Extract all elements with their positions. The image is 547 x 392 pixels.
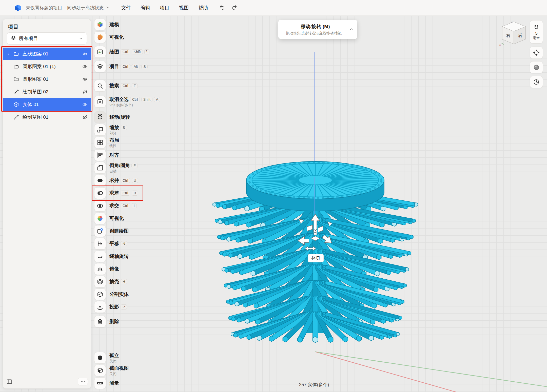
visibility-toggle[interactable] <box>80 77 87 82</box>
tool-move-rotate-button[interactable] <box>94 111 106 123</box>
tree-item-sketch-01[interactable]: 绘制草图 01 <box>3 111 91 123</box>
tool-intersect[interactable]: 求交CtrlI <box>94 199 178 212</box>
tool-revolve[interactable]: 绕轴旋转 <box>94 250 178 263</box>
tool-measure[interactable]: 测量 <box>94 377 178 389</box>
tool-visualize-2[interactable]: 可视化 <box>94 212 178 225</box>
orientation-button[interactable] <box>530 47 543 59</box>
tool-subtitle: 部分 <box>109 131 127 136</box>
tool-mirror-button[interactable] <box>94 263 106 275</box>
tool-deselect-all-button[interactable] <box>94 96 106 108</box>
menu-edit[interactable]: 编辑 <box>137 3 154 13</box>
tool-subtract[interactable]: 求差CtrlB <box>94 187 178 199</box>
tool-move-rotate[interactable]: 移动/旋转 <box>94 111 178 123</box>
tool-group: 移动/旋转缩放S部分布局线性对齐倒角/圆角F自动求并CtrlU求差CtrlB求交… <box>94 111 178 313</box>
tool-align[interactable]: 对齐 <box>94 149 178 161</box>
visibility-toggle[interactable] <box>80 102 87 107</box>
tool-modeling-button[interactable] <box>94 19 106 30</box>
tool-group: 取消全选CtrlShiftA257 实体(多个) <box>94 94 178 110</box>
tool-label: 取消全选 <box>109 96 129 103</box>
collapse-panel-button[interactable] <box>6 379 12 385</box>
tree-item-line-pattern-01[interactable]: 直线图案 01 <box>3 48 91 60</box>
tool-split-body[interactable]: 分割实体 <box>94 288 178 301</box>
tool-search-button[interactable] <box>94 80 106 92</box>
chevron-down-icon <box>79 36 83 41</box>
tool-delete-button[interactable] <box>94 316 106 327</box>
more-options-button[interactable] <box>78 378 88 385</box>
redo-button[interactable] <box>231 4 237 11</box>
panel-collapse-icon <box>6 379 12 385</box>
tool-delete[interactable]: 删除 <box>94 315 178 328</box>
measure-icon <box>97 380 103 386</box>
expand-chevron[interactable] <box>7 52 13 56</box>
document-title[interactable]: 未设置标题的项目 - 同步处于离线状态 <box>26 5 110 11</box>
subtract-icon <box>97 190 103 196</box>
tree-item-solid-01[interactable]: 实体 01 <box>3 98 91 111</box>
tool-layout-button[interactable] <box>94 137 106 148</box>
tool-union-button[interactable] <box>94 175 106 186</box>
tool-chamfer-fillet[interactable]: 倒角/圆角F自动 <box>94 161 178 174</box>
chevron-up-icon[interactable] <box>349 27 354 32</box>
tool-union[interactable]: 求并CtrlU <box>94 174 178 187</box>
tool-project-geometry[interactable]: 投影P <box>94 301 178 313</box>
tool-label: 孤立 <box>109 352 119 359</box>
menu-file[interactable]: 文件 <box>118 3 134 13</box>
chevron-down-icon <box>106 5 110 11</box>
tool-revolve-button[interactable] <box>94 251 106 262</box>
tool-create-drawing-button[interactable] <box>94 225 106 237</box>
tool-create-drawing[interactable]: 创建绘图 <box>94 225 178 237</box>
tool-isolate[interactable]: 孤立关闭 <box>94 352 178 364</box>
tool-search[interactable]: 搜索CtrlF <box>94 79 178 92</box>
tool-project-tool[interactable]: 项目CtrlAltS <box>94 60 178 73</box>
tool-translate[interactable]: 平移N <box>94 237 178 250</box>
tool-split-body-button[interactable] <box>94 288 106 300</box>
tool-deselect-all[interactable]: 取消全选CtrlShiftA257 实体(多个) <box>94 94 178 110</box>
tool-visualize-2-button[interactable] <box>94 213 106 224</box>
tool-measure-button[interactable] <box>94 377 106 389</box>
tool-shell-button[interactable] <box>94 276 106 287</box>
view-cube[interactable]: Z 右 后 x <box>498 20 529 48</box>
tool-intersect-button[interactable] <box>94 200 106 212</box>
tool-section-view-button[interactable] <box>94 365 106 376</box>
tool-label: 搜索 <box>109 82 119 89</box>
intersect-icon <box>97 202 103 209</box>
clock-icon <box>533 79 540 85</box>
tree-item-circle-pattern-01[interactable]: 圆形图案 01 <box>3 73 91 86</box>
tool-align-button[interactable] <box>94 149 106 161</box>
tool-project-tool-button[interactable] <box>94 61 106 72</box>
tool-translate-button[interactable] <box>94 238 106 250</box>
visibility-toggle[interactable] <box>80 51 87 56</box>
menu-view[interactable]: 视图 <box>175 3 192 13</box>
tool-layout[interactable]: 布局线性 <box>94 136 178 149</box>
axis-x-label: x <box>499 43 501 46</box>
tool-draw[interactable]: 绘图CtrlShift\ <box>94 46 178 58</box>
menu-help[interactable]: 帮助 <box>195 3 211 13</box>
tool-subtract-button[interactable] <box>94 187 106 199</box>
tree-item-sketch-02[interactable]: 绘制草图 02 <box>3 86 91 98</box>
tree-item-circle-pattern-01-1[interactable]: 圆形图案 01 (1) <box>3 60 91 73</box>
tool-draw-button[interactable] <box>94 46 106 58</box>
tool-shell[interactable]: 抽壳H <box>94 275 178 288</box>
shortcut-key: Ctrl <box>121 83 130 88</box>
undo-button[interactable] <box>219 4 225 11</box>
tool-scale-button[interactable] <box>94 124 106 136</box>
tool-chamfer-fillet-button[interactable] <box>94 162 106 174</box>
tool-project-geometry-button[interactable] <box>94 301 106 313</box>
visibility-toggle[interactable] <box>80 115 87 120</box>
split-icon <box>97 291 103 298</box>
tool-visualize[interactable]: 可视化 <box>94 31 178 44</box>
tool-scale[interactable]: 缩放S部分 <box>94 123 178 136</box>
visibility-toggle[interactable] <box>80 64 87 69</box>
history-button[interactable] <box>530 76 543 88</box>
tool-modeling[interactable]: 建模 <box>94 18 178 31</box>
menu-project[interactable]: 项目 <box>156 3 173 13</box>
tool-mirror[interactable]: 镜像 <box>94 263 178 275</box>
shading-mode-button[interactable] <box>530 61 543 73</box>
tool-isolate-button[interactable] <box>94 352 106 364</box>
snap-settings-button[interactable]: 5 毫米 <box>530 20 543 44</box>
app-logo-icon[interactable] <box>14 4 22 12</box>
tool-section-view[interactable]: 截面视图关闭 <box>94 364 178 377</box>
tool-group: 项目CtrlAltS <box>94 60 178 73</box>
project-filter-dropdown[interactable]: 所有项目 <box>7 32 87 45</box>
visibility-toggle[interactable] <box>80 89 87 94</box>
tool-visualize-button[interactable] <box>94 31 106 43</box>
